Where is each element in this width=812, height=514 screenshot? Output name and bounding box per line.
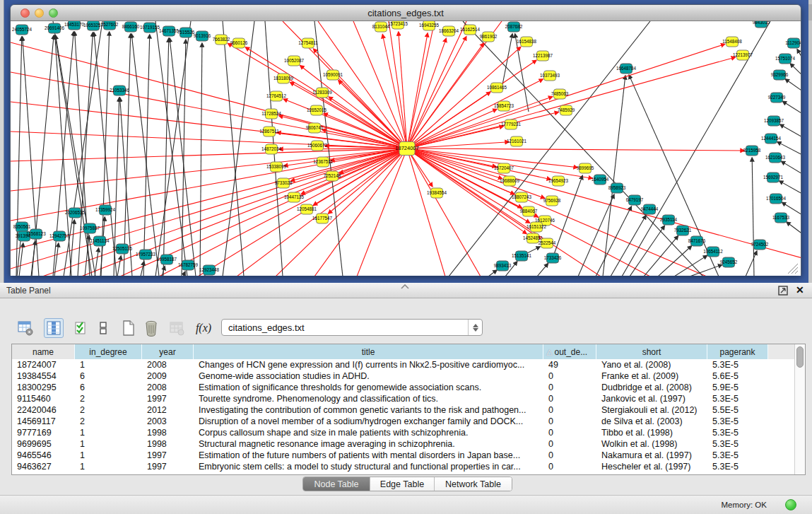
table-cell-out_degree[interactable]: 0 [543, 450, 596, 461]
tab-node-table[interactable]: Node Table [303, 477, 370, 491]
network-node[interactable]: 12754811 [298, 38, 318, 48]
network-node[interactable]: 10373493 [540, 71, 560, 81]
network-node[interactable]: 12867511 [259, 127, 279, 136]
column-header-name[interactable]: name [12, 344, 75, 359]
table-cell-title[interactable]: Estimation of significance thresholds fo… [194, 382, 543, 393]
network-node[interactable]: 24055724 [12, 25, 33, 35]
table-cell-out_degree[interactable]: 0 [543, 393, 596, 404]
network-node[interactable]: 7515526 [177, 28, 195, 37]
float-panel-icon[interactable] [778, 286, 788, 296]
table-cell-pagerank[interactable]: 5.3E-5 [707, 359, 768, 370]
table-cell-title[interactable]: Estimation of the future numbers of pati… [194, 450, 543, 461]
network-node[interactable]: 1640954 [592, 175, 609, 185]
network-node[interactable]: 10688609 [500, 176, 520, 186]
network-node[interactable]: 15692971 [763, 173, 784, 182]
table-cell-year[interactable]: 1997 [142, 461, 194, 472]
network-node[interactable]: 9861902 [480, 32, 498, 42]
network-node[interactable]: 19654923 [548, 176, 569, 186]
table-cell-pagerank[interactable]: 5.6E-5 [707, 370, 768, 382]
table-cell-year[interactable]: 1997 [142, 393, 194, 404]
table-cell-name[interactable]: 9777169 [12, 427, 75, 438]
table-cell-title[interactable]: Changes of HCN gene expression and I(f) … [194, 359, 543, 370]
network-node[interactable]: 10861465 [487, 83, 507, 93]
tab-network-table[interactable]: Network Table [435, 477, 512, 491]
table-row[interactable]: 911546021997Tourette syndrome. Phenomeno… [12, 393, 795, 404]
table-cell-title[interactable]: Corpus callosum shape and size in male p… [194, 427, 543, 438]
table-cell-year[interactable]: 1998 [142, 427, 194, 438]
table-cell-short[interactable]: de Silva et al. (2003) [596, 416, 707, 427]
network-node[interactable]: 9884067 [520, 206, 538, 216]
table-cell-name[interactable]: 14569117 [12, 416, 75, 427]
table-row[interactable]: 1938455462009Genome-wide association stu… [12, 370, 795, 382]
table-cell-in_degree[interactable]: 2 [75, 393, 142, 404]
network-node[interactable]: 1112904 [785, 38, 801, 48]
table-cell-year[interactable]: 2009 [142, 370, 194, 382]
network-node[interactable]: 8215958 [743, 146, 761, 156]
table-cell-in_degree[interactable]: 1 [75, 438, 142, 450]
network-node[interactable]: 10052087 [284, 56, 305, 66]
network-node[interactable]: 10958187 [157, 255, 177, 264]
table-row[interactable]: 1872400712008Changes of HCN gene express… [12, 359, 795, 370]
table-cell-year[interactable]: 1998 [142, 438, 194, 450]
network-node[interactable]: 1527602 [101, 21, 119, 30]
table-cell-name[interactable]: 9465546 [12, 450, 75, 461]
network-node[interactable]: 12213977 [733, 50, 753, 60]
column-visibility-icon[interactable] [44, 318, 64, 338]
network-node[interactable]: 9329966 [771, 70, 789, 80]
network-node[interactable]: 2087682 [505, 22, 523, 32]
network-node[interactable]: 16154838 [517, 37, 537, 47]
function-builder-icon[interactable]: f(x) [194, 318, 213, 338]
network-node[interactable]: 12213987 [533, 51, 553, 61]
table-cell-short[interactable]: Franke et al. (2009) [596, 370, 707, 382]
network-node[interactable]: 19384554 [427, 188, 447, 198]
network-node[interactable]: 1167533 [772, 213, 790, 223]
network-node[interactable]: 15723415 [388, 21, 408, 29]
network-node[interactable]: 12764512 [266, 91, 287, 101]
table-cell-pagerank[interactable]: 5.3E-5 [707, 416, 768, 427]
table-format-icon[interactable] [93, 318, 113, 338]
column-header-title[interactable]: title [194, 344, 543, 359]
table-cell-short[interactable]: Nakamura et al. (1997) [596, 450, 707, 461]
network-node[interactable]: 12161021 [507, 136, 527, 146]
table-cell-title[interactable]: Embryonic stem cells: a model to study s… [194, 461, 543, 472]
table-cell-pagerank[interactable]: 5.3E-5 [707, 393, 768, 404]
table-row[interactable]: 1830029562008Estimation of significance … [12, 382, 795, 393]
table-cell-in_degree[interactable]: 1 [75, 450, 142, 461]
split-pane-grip[interactable] [400, 279, 410, 292]
network-node[interactable]: 2522544 [539, 238, 556, 248]
network-node[interactable]: 15751074 [775, 54, 796, 64]
network-node[interactable]: 9899695 [577, 163, 594, 173]
network-node[interactable]: 16162514 [460, 25, 481, 35]
delete-table-icon[interactable] [141, 318, 161, 338]
table-cell-name[interactable]: 18724007 [12, 359, 75, 370]
network-node[interactable]: 7485929 [558, 105, 575, 115]
table-cell-short[interactable]: Hescheler et al. (1997) [596, 461, 707, 472]
table-cell-title[interactable]: Genome-wide association studies in ADHD. [194, 370, 543, 382]
table-cell-out_degree[interactable]: 49 [543, 359, 596, 370]
table-row[interactable]: 1456911722003Disruption of a novel membe… [12, 416, 795, 427]
memory-status-indicator[interactable] [785, 499, 796, 510]
column-header-short[interactable]: short [596, 344, 707, 359]
table-scrollbar-thumb[interactable] [796, 346, 804, 368]
table-row[interactable]: 969969511998Structural magnetic resonanc… [12, 438, 795, 450]
network-node[interactable]: 6479197 [626, 195, 644, 205]
table-scrollbar[interactable] [794, 344, 805, 474]
network-node[interactable]: 17957233 [136, 250, 156, 259]
network-node[interactable]: 9733028 [275, 178, 293, 188]
network-node[interactable]: 11451134 [90, 236, 110, 246]
network-node[interactable]: 18453170 [64, 21, 85, 30]
table-cell-in_degree[interactable]: 1 [75, 359, 142, 370]
network-node[interactable]: 9245652 [720, 257, 738, 267]
canvas-resize-grip[interactable] [788, 264, 798, 274]
table-cell-out_degree[interactable]: 0 [543, 427, 596, 438]
network-node[interactable]: 9013916 [194, 31, 211, 41]
network-node[interactable]: 9806741 [306, 123, 324, 133]
network-node[interactable]: 8466160 [122, 22, 140, 32]
network-node[interactable]: 17016504 [766, 194, 787, 204]
network-node[interactable]: 9893413 [494, 261, 512, 271]
network-node[interactable]: 7485063 [551, 89, 569, 99]
network-window-titlebar[interactable]: citations_edges.txt [11, 5, 801, 21]
network-node[interactable]: 1733426 [544, 253, 562, 263]
new-table-icon[interactable] [119, 318, 139, 338]
table-cell-out_degree[interactable]: 0 [543, 370, 596, 382]
